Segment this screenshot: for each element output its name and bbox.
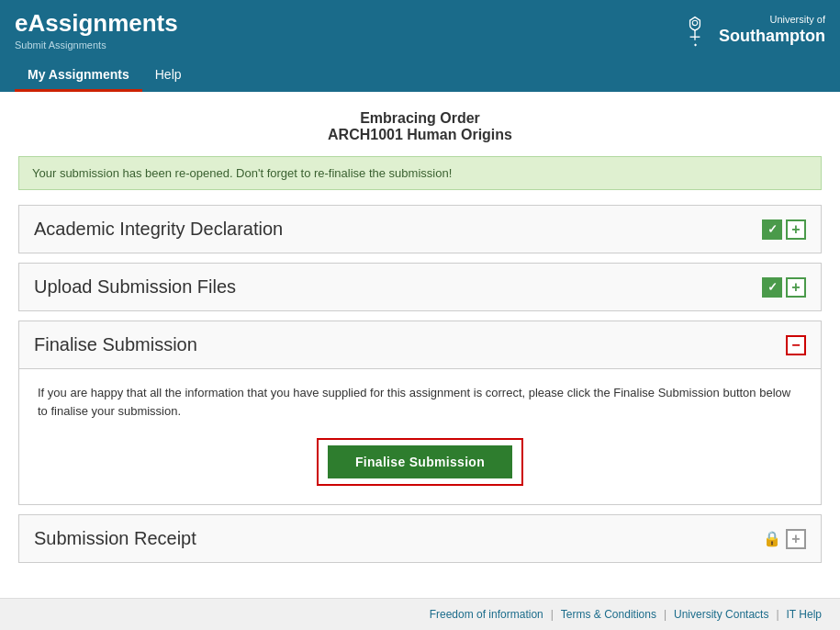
academic-integrity-header[interactable]: Academic Integrity Declaration ✓ + [19, 206, 821, 253]
finalise-header[interactable]: Finalise Submission − [19, 321, 821, 368]
finalise-panel: Finalise Submission − If you are happy t… [18, 321, 822, 505]
footer-it-help[interactable]: IT Help [787, 608, 822, 621]
main-content: Embracing Order ARCH1001 Human Origins Y… [0, 92, 840, 598]
svg-point-3 [692, 20, 697, 25]
university-logo: ◆ University of Southampton [678, 13, 825, 48]
header: eAssignments Submit Assignments ◆ Univer… [0, 0, 840, 92]
finalise-description: If you are happy that all the informatio… [38, 384, 802, 420]
submission-receipt-header[interactable]: Submission Receipt 🔒 + [19, 515, 821, 562]
page-title-line1: Embracing Order [18, 110, 822, 127]
header-top: eAssignments Submit Assignments ◆ Univer… [15, 9, 825, 54]
expand-icon[interactable]: + [786, 529, 806, 549]
footer: Freedom of information | Terms & Conditi… [0, 598, 840, 630]
page-title: Embracing Order ARCH1001 Human Origins [18, 110, 822, 143]
upload-files-header[interactable]: Upload Submission Files ✓ + [19, 264, 821, 310]
footer-sep-3: | [776, 608, 778, 621]
academic-integrity-title: Academic Integrity Declaration [34, 219, 283, 240]
finalise-desc-text: If you are happy that all the informatio… [38, 386, 790, 418]
svg-text:◆: ◆ [694, 43, 698, 47]
finalise-button-highlight: Finalise Submission [317, 438, 523, 486]
lock-icon: 🔒 [762, 529, 782, 549]
university-name: University of Southampton [719, 13, 825, 48]
expand-icon[interactable]: + [786, 219, 806, 240]
upload-files-panel: Upload Submission Files ✓ + [18, 263, 822, 311]
alert-text: Your submission has been re-opened. Don'… [32, 166, 452, 180]
university-crest-icon: ◆ [678, 14, 711, 47]
app-subtitle: Submit Assignments [15, 39, 178, 51]
academic-integrity-icons: ✓ + [762, 219, 806, 240]
finalise-icons: − [786, 335, 806, 355]
finalise-body: If you are happy that all the informatio… [19, 368, 821, 504]
check-icon: ✓ [762, 277, 782, 298]
check-icon: ✓ [762, 219, 782, 240]
submission-receipt-icons: 🔒 + [762, 529, 806, 549]
submission-receipt-panel: Submission Receipt 🔒 + [18, 514, 822, 563]
submission-receipt-title: Submission Receipt [34, 528, 196, 549]
finalise-title: Finalise Submission [34, 334, 197, 355]
nav-my-assignments[interactable]: My Assignments [15, 60, 142, 92]
footer-sep-1: | [551, 608, 554, 621]
collapse-icon[interactable]: − [786, 335, 806, 355]
academic-integrity-panel: Academic Integrity Declaration ✓ + [18, 205, 822, 253]
main-nav: My Assignments Help [15, 60, 825, 92]
footer-terms[interactable]: Terms & Conditions [561, 608, 656, 621]
finalise-button-container: Finalise Submission [38, 438, 802, 486]
alert-banner: Your submission has been re-opened. Don'… [18, 156, 822, 190]
app-title: eAssignments [15, 9, 178, 38]
nav-help[interactable]: Help [142, 60, 195, 92]
footer-university-contacts[interactable]: University Contacts [674, 608, 768, 621]
finalise-submission-button[interactable]: Finalise Submission [328, 445, 512, 478]
upload-files-title: Upload Submission Files [34, 276, 236, 298]
footer-sep-2: | [664, 608, 666, 621]
expand-icon[interactable]: + [786, 277, 806, 298]
upload-files-icons: ✓ + [762, 277, 806, 298]
app-branding: eAssignments Submit Assignments [15, 9, 178, 51]
page-title-line2: ARCH1001 Human Origins [18, 127, 822, 143]
footer-freedom-info[interactable]: Freedom of information [430, 608, 543, 621]
